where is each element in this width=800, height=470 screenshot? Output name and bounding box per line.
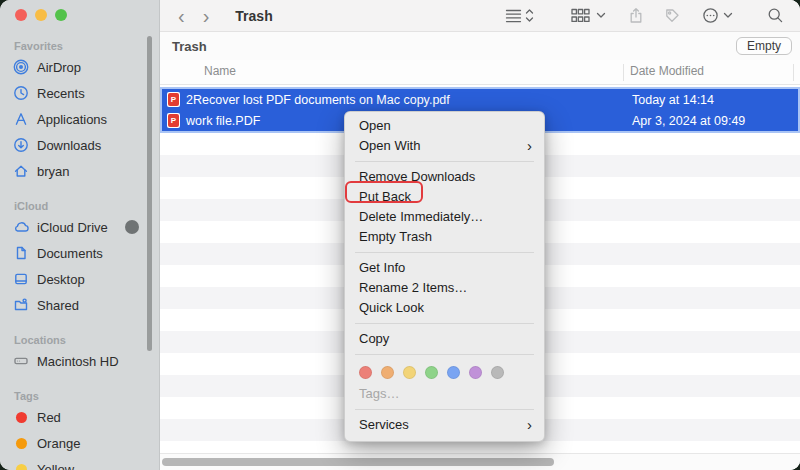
context-menu-item-remove-downloads[interactable]: Remove Downloads: [345, 167, 544, 187]
horizontal-scrollbar: [160, 453, 800, 470]
context-menu-item-delete-immediately[interactable]: Delete Immediately…: [345, 207, 544, 227]
shared-folder-icon: [12, 297, 30, 314]
tag-color-purple[interactable]: [469, 366, 482, 379]
more-icon[interactable]: [702, 7, 719, 24]
tag-color-row: [345, 360, 544, 384]
context-menu-item-open[interactable]: Open: [345, 116, 544, 136]
tag-color-red[interactable]: [359, 366, 372, 379]
sidebar-item-desktop[interactable]: Desktop: [0, 266, 159, 292]
context-menu-item-get-info[interactable]: Get Info: [345, 258, 544, 278]
sidebar-item-airdrop[interactable]: AirDrop: [0, 54, 159, 80]
context-menu-item-services[interactable]: Services›: [345, 415, 544, 435]
sidebar-item-label: Documents: [37, 246, 103, 261]
context-menu-item-put-back[interactable]: Put Back: [345, 187, 544, 207]
icloud-sync-status-icon: [125, 220, 139, 234]
menu-separator: [355, 409, 534, 410]
sidebar-item-tag-red[interactable]: Red: [0, 404, 159, 430]
document-icon: [12, 245, 30, 262]
group-icon[interactable]: [571, 8, 590, 23]
column-date-modified[interactable]: Date Modified: [630, 64, 704, 78]
context-menu-item-rename[interactable]: Rename 2 Items…: [345, 278, 544, 298]
sidebar-item-icloud-drive[interactable]: iCloud Drive: [0, 214, 159, 240]
column-name[interactable]: Name: [204, 64, 236, 78]
sidebar-item-label: Macintosh HD: [37, 354, 119, 369]
home-icon: [12, 163, 30, 180]
tag-color-green[interactable]: [425, 366, 438, 379]
sidebar-item-label: iCloud Drive: [37, 220, 108, 235]
sidebar-section-tags: Tags: [0, 388, 159, 404]
sidebar-item-macintosh-hd[interactable]: Macintosh HD: [0, 348, 159, 374]
sidebar-item-home[interactable]: bryan: [0, 158, 159, 184]
sidebar-scrollbar[interactable]: [147, 36, 152, 351]
orange-tag-icon: [12, 435, 30, 452]
back-button[interactable]: ‹: [176, 6, 187, 26]
sidebar-item-tag-yellow[interactable]: Yellow: [0, 456, 159, 470]
pdf-file-icon: P: [167, 92, 180, 107]
sidebar-item-recents[interactable]: Recents: [0, 80, 159, 106]
menu-separator: [355, 161, 534, 162]
sidebar-item-documents[interactable]: Documents: [0, 240, 159, 266]
sort-chevrons-icon[interactable]: [524, 8, 535, 23]
sidebar-item-tag-orange[interactable]: Orange: [0, 430, 159, 456]
empty-trash-button[interactable]: Empty: [736, 37, 792, 55]
tag-color-orange[interactable]: [381, 366, 394, 379]
menu-separator: [355, 323, 534, 324]
menu-separator: [355, 354, 534, 355]
location-title: Trash: [172, 39, 207, 54]
desktop-icon: [12, 271, 30, 288]
horizontal-scrollbar-thumb[interactable]: [162, 458, 554, 466]
tag-color-blue[interactable]: [447, 366, 460, 379]
search-icon[interactable]: [767, 7, 784, 24]
red-tag-icon: [12, 409, 30, 426]
downloads-icon: [12, 137, 30, 154]
sidebar-item-label: Orange: [37, 436, 80, 451]
hard-drive-icon: [12, 353, 30, 370]
sidebar-item-label: Applications: [37, 112, 107, 127]
recents-icon: [12, 85, 30, 102]
tag-color-gray[interactable]: [491, 366, 504, 379]
column-divider[interactable]: [623, 64, 624, 81]
context-menu-item-quick-look[interactable]: Quick Look: [345, 298, 544, 318]
submenu-arrow-icon: ›: [527, 136, 532, 156]
chevron-down-icon[interactable]: [596, 12, 606, 19]
context-menu-item-open-with[interactable]: Open With›: [345, 136, 544, 156]
menu-item-label: Services: [359, 417, 409, 432]
tag-color-yellow[interactable]: [403, 366, 416, 379]
traffic-lights: [0, 0, 159, 30]
sidebar-item-label: Shared: [37, 298, 79, 313]
applications-icon: [12, 111, 30, 128]
context-menu-item-tags: Tags…: [345, 384, 544, 404]
sidebar-section-favorites: Favorites: [0, 38, 159, 54]
sidebar-item-label: Downloads: [37, 138, 101, 153]
file-date: Apr 3, 2024 at 09:49: [632, 114, 745, 128]
forward-button[interactable]: ›: [201, 6, 212, 26]
file-date: Today at 14:14: [632, 93, 714, 107]
menu-separator: [355, 252, 534, 253]
sidebar: Favorites AirDrop Recents Applications D…: [0, 0, 160, 470]
sidebar-item-applications[interactable]: Applications: [0, 106, 159, 132]
file-row-1[interactable]: P 2Recover lost PDF documents on Mac cop…: [162, 89, 798, 110]
sidebar-item-label: Yellow: [37, 462, 74, 470]
tag-icon: [664, 8, 680, 24]
menu-item-label: Open With: [359, 138, 420, 153]
zoom-button[interactable]: [55, 9, 67, 21]
file-name: work file.PDF: [186, 114, 260, 128]
sidebar-item-label: AirDrop: [37, 60, 81, 75]
minimize-button[interactable]: [35, 9, 47, 21]
list-view-icon[interactable]: [505, 8, 522, 23]
context-menu-item-copy[interactable]: Copy: [345, 329, 544, 349]
submenu-arrow-icon: ›: [527, 415, 532, 435]
column-divider[interactable]: [793, 64, 794, 81]
sidebar-item-label: Desktop: [37, 272, 85, 287]
share-icon: [628, 7, 644, 24]
sidebar-section-locations: Locations: [0, 332, 159, 348]
close-button[interactable]: [15, 9, 27, 21]
sidebar-item-label: Red: [37, 410, 61, 425]
context-menu-item-empty-trash[interactable]: Empty Trash: [345, 227, 544, 247]
sidebar-item-downloads[interactable]: Downloads: [0, 132, 159, 158]
pdf-file-icon: P: [167, 113, 180, 128]
chevron-down-icon[interactable]: [723, 12, 733, 19]
sidebar-item-shared[interactable]: Shared: [0, 292, 159, 318]
icloud-drive-icon: [12, 219, 30, 236]
toolbar: ‹ › Trash: [160, 0, 800, 32]
